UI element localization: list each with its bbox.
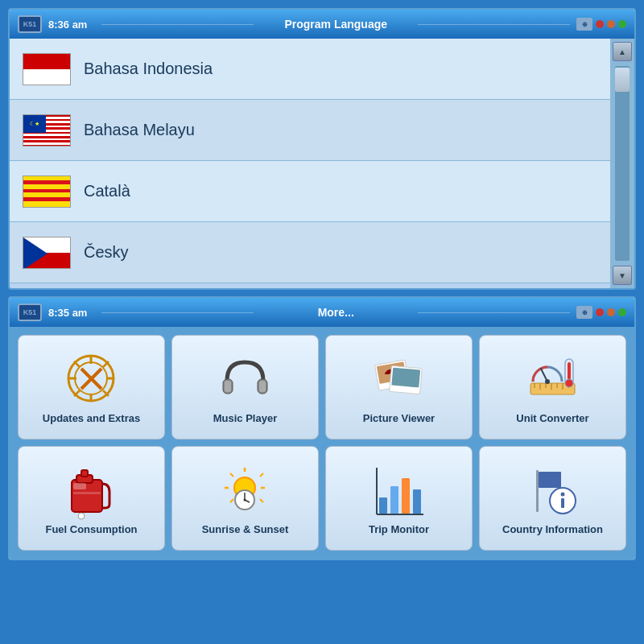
bottom-logo: K51 [18, 303, 42, 321]
bottom-title: More... [260, 306, 412, 319]
list-item[interactable]: Česky [10, 222, 610, 283]
svg-rect-53 [390, 486, 398, 514]
sunrise-label: Sunrise & Sunset [202, 523, 289, 537]
svg-point-51 [244, 499, 246, 502]
apps-grid: Updates and Extras Music Player [10, 327, 634, 559]
flag-czech [23, 237, 71, 269]
scrollbar[interactable]: ▲ ▼ [610, 39, 634, 288]
flag-catalonia [23, 175, 71, 208]
svg-line-46 [230, 499, 233, 502]
top-titlebar-icons: ⊕ [576, 18, 626, 31]
top-titlebar: K51 8:36 am Program Language ⊕ [10, 10, 634, 39]
bottom-titlebar: K51 8:35 am More... ⊕ [10, 298, 634, 327]
language-list-area: Bahasa Indonesia [10, 39, 634, 288]
dot-orange [607, 20, 615, 28]
unit-icon [525, 351, 581, 407]
svg-rect-54 [402, 478, 410, 514]
more-window: K51 8:35 am More... ⊕ [8, 296, 636, 560]
fuel-label: Fuel Consumption [45, 523, 137, 537]
sunrise-icon [217, 462, 274, 518]
list-item[interactable]: Bahasa Indonesia [10, 39, 610, 100]
gps-icon-2: ⊕ [576, 306, 592, 319]
dot-red-2 [596, 308, 604, 316]
dot-red [596, 20, 604, 28]
top-title: Program Language [260, 18, 412, 31]
list-item[interactable]: ☾★ Bahasa Melayu [10, 100, 610, 161]
svg-rect-35 [81, 470, 88, 477]
lang-catala: Català [84, 182, 130, 200]
bottom-time: 8:35 am [48, 307, 87, 319]
svg-rect-36 [73, 483, 86, 489]
svg-rect-52 [379, 497, 387, 514]
pictures-icon [371, 351, 427, 407]
app-unit[interactable]: Unit Converter [479, 335, 626, 440]
unit-label: Unit Converter [516, 412, 588, 426]
app-updates[interactable]: Updates and Extras [18, 335, 165, 440]
svg-line-45 [260, 473, 263, 477]
svg-rect-37 [73, 492, 101, 494]
list-item[interactable]: Català [10, 161, 610, 222]
music-icon [217, 351, 274, 407]
app-sunrise[interactable]: Sunrise & Sunset [171, 446, 319, 551]
dot-green-2 [618, 308, 626, 316]
app-music[interactable]: Music Player [171, 335, 319, 440]
svg-point-61 [561, 493, 565, 497]
lang-indonesia: Bahasa Indonesia [84, 60, 213, 78]
gps-icon: ⊕ [576, 18, 592, 31]
lang-cesky: Česky [84, 243, 129, 262]
app-country[interactable]: Country Information [479, 446, 626, 551]
svg-rect-55 [413, 489, 421, 514]
updates-label: Updates and Extras [43, 412, 140, 426]
trip-icon [371, 462, 427, 518]
svg-rect-58 [536, 470, 539, 512]
app-fuel[interactable]: Fuel Consumption [18, 446, 165, 551]
svg-rect-14 [225, 381, 231, 392]
svg-point-30 [565, 379, 573, 387]
flag-indonesia [23, 53, 71, 85]
pictures-label: Picture Viewer [363, 412, 435, 426]
top-logo: K51 [18, 15, 42, 33]
app-trip[interactable]: Trip Monitor [325, 446, 473, 551]
svg-line-44 [230, 473, 233, 477]
top-time: 8:36 am [48, 19, 87, 31]
country-label: Country Information [502, 523, 603, 537]
catalonia-stripe [23, 197, 70, 201]
scroll-thumb[interactable] [615, 68, 630, 92]
music-label: Music Player [213, 412, 278, 426]
svg-line-47 [260, 499, 263, 502]
fuel-icon [64, 462, 120, 518]
bottom-titlebar-icons: ⊕ [576, 306, 626, 319]
dot-orange-2 [607, 308, 615, 316]
flag-malaysia: ☾★ [23, 114, 71, 147]
svg-line-32 [541, 369, 547, 382]
language-list: Bahasa Indonesia [10, 39, 610, 288]
svg-rect-15 [259, 381, 266, 392]
scroll-down-button[interactable]: ▼ [613, 266, 632, 285]
program-language-window: K51 8:36 am Program Language ⊕ Bahasa In… [8, 8, 636, 290]
svg-rect-19 [391, 368, 420, 388]
svg-point-38 [78, 513, 85, 519]
svg-rect-29 [568, 362, 571, 380]
country-icon [525, 462, 581, 518]
svg-rect-59 [539, 472, 561, 488]
trip-label: Trip Monitor [369, 523, 429, 537]
dot-green [618, 20, 626, 28]
updates-icon [64, 351, 120, 407]
lang-melayu: Bahasa Melayu [84, 121, 195, 139]
scroll-track[interactable] [615, 66, 630, 261]
app-pictures[interactable]: Picture Viewer [325, 335, 473, 440]
scroll-up-button[interactable]: ▲ [613, 42, 632, 61]
svg-rect-62 [561, 498, 564, 508]
